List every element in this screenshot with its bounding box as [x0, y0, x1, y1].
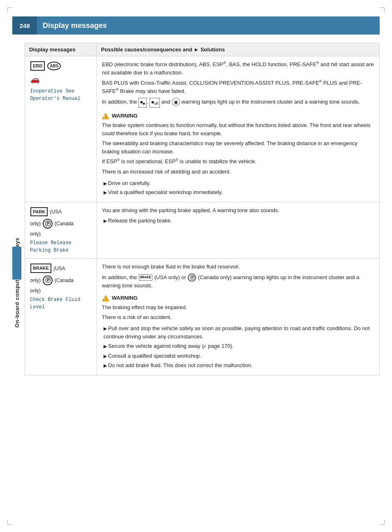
ebd-icons-row: EBD ABS [30, 60, 92, 72]
park-canada-label: (Canada [55, 220, 74, 227]
side-bar-blue [12, 247, 21, 280]
park-bullet1: Release the parking brake. [102, 217, 374, 225]
brake-usa-label: (USA [53, 265, 65, 272]
park-icons-row2: only) Ⓟ (Canada [30, 218, 92, 229]
brake-warning-p2: There is a risk of an accident. [102, 313, 374, 322]
page-title: Display messages [37, 21, 107, 30]
inline-brake-icon: BRAKE [139, 274, 152, 281]
park-circle-icon: Ⓟ [43, 219, 53, 229]
park-display-code: Please ReleaseParking Brake [30, 239, 92, 254]
ebd-bullet1: Drive on carefully. [102, 179, 374, 187]
corner-mark-bl [7, 520, 12, 525]
brake-bullet4: Do not add brake fluid. This does not co… [102, 361, 374, 370]
ebd-warning-box: WARNING The brake system continues to fu… [102, 112, 374, 176]
brake-warning-box: WARNING The braking effect may be impair… [102, 294, 374, 322]
car-icon-row: 🚗 [30, 73, 92, 86]
corner-mark-tl [7, 7, 12, 12]
brake-text1: There is not enough brake fluid in the b… [102, 263, 374, 271]
brake-bullet3: Consult a qualified specialist workshop. [102, 352, 374, 360]
park-icon: PARK [30, 207, 48, 217]
corner-mark-tr [380, 7, 385, 12]
ebd-text1: EBD (electronic brake force distribution… [102, 60, 374, 76]
brake-icons-row2: only) Ⓟ (Canada [30, 275, 92, 286]
abs-icon: ABS [47, 62, 61, 70]
ebd-text3: In addition, the ■■, ■off and ▣ warning … [102, 98, 374, 108]
park-usa-label: (USA [50, 208, 62, 215]
table-row: EBD ABS 🚗 Inoperative SeeOperator's Manu… [25, 56, 380, 202]
brake-warning-title: WARNING [102, 294, 374, 302]
brake-circle-icon: Ⓟ [43, 275, 53, 285]
brake-icons-row1: BRAKE (USA [30, 263, 92, 274]
ebd-warning-title: WARNING [102, 112, 374, 120]
ebd-bullet2: Visit a qualified specialist workshop im… [102, 188, 374, 197]
brake-icon: BRAKE [30, 264, 51, 273]
ebd-left-col: EBD ABS 🚗 Inoperative SeeOperator's Manu… [25, 56, 97, 202]
side-label-container: On-board computer and displays [12, 49, 21, 516]
table-row: PARK (USA only) Ⓟ (Canada only) Please R… [25, 202, 380, 259]
inline-circle-icon: Ⓟ [188, 273, 196, 282]
park-right-col: You are driving with the parking brake a… [97, 202, 380, 259]
warning-triangle-icon2 [102, 295, 109, 301]
ebd-warning-p1: The brake system continues to function n… [102, 121, 374, 137]
brake-canada-label: (Canada [55, 277, 74, 284]
brake-bullet2: Secure the vehicle against rolling away … [102, 342, 374, 350]
inline-icon-esp: ■■ [138, 98, 147, 108]
park-only-label: only) [30, 220, 41, 227]
corner-mark-br [380, 520, 385, 525]
ebd-icon: EBD [30, 61, 45, 71]
park-only2-label: only) [30, 230, 92, 238]
park-text1: You are driving with the parking brake a… [102, 206, 374, 215]
park-left-col: PARK (USA only) Ⓟ (Canada only) Please R… [25, 202, 97, 259]
col2-header: Possible causes/consequences and ► Solut… [97, 43, 380, 56]
brake-right-col: There is not enough brake fluid in the b… [97, 259, 380, 375]
page-number: 248 [12, 16, 37, 35]
car-icon: 🚗 [30, 74, 39, 85]
brake-display-code: Check Brake FluidLevel [30, 296, 92, 311]
park-icons-row1: PARK (USA [30, 206, 92, 217]
ebd-display-code: Inoperative SeeOperator's Manual [30, 88, 92, 102]
brake-warning-p1: The braking effect may be impaired. [102, 303, 374, 312]
main-table: Display messages Possible causes/consequ… [25, 43, 380, 375]
inline-icon-circle2: ▣ [172, 98, 180, 106]
ebd-warning-p3: If ESP® is not operational, ESP® is unab… [102, 157, 374, 166]
col1-header: Display messages [25, 43, 97, 56]
main-content: Display messages Possible causes/consequ… [25, 43, 380, 375]
brake-only-label: only) [30, 277, 41, 284]
ebd-text2: BAS PLUS with Cross-Traffic Assist, COLL… [102, 79, 374, 95]
table-row: BRAKE (USA only) Ⓟ (Canada only) Check B… [25, 259, 380, 375]
brake-text2: In addition, the BRAKE (USA only) or Ⓟ (… [102, 273, 374, 290]
header-bar: 248 Display messages [12, 16, 380, 35]
warning-label2: WARNING [112, 294, 138, 302]
brake-only2-label: only) [30, 287, 92, 294]
brake-left-col: BRAKE (USA only) Ⓟ (Canada only) Check B… [25, 259, 97, 375]
ebd-warning-p4: There is an increased risk of skidding a… [102, 168, 374, 176]
warning-triangle-icon [102, 113, 109, 119]
warning-label: WARNING [112, 112, 138, 120]
inline-icon-esp2: ■off [150, 98, 160, 108]
ebd-warning-p2: The steerability and braking characteris… [102, 139, 374, 155]
ebd-right-col: EBD (electronic brake force distribution… [97, 56, 380, 202]
brake-bullet1: Pull over and stop the vehicle safely as… [102, 324, 374, 340]
